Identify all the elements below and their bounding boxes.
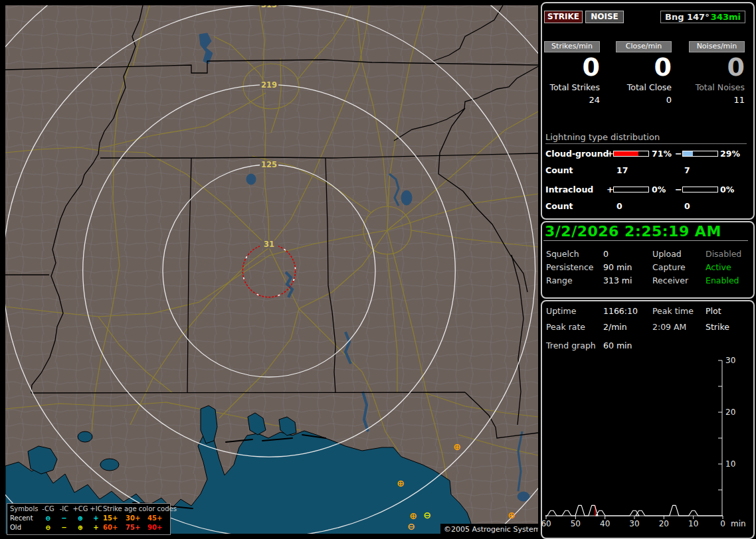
upload-label: Upload xyxy=(652,249,704,259)
ic-minus-count: 0 xyxy=(684,201,690,211)
symbols-legend: Symbols -CG -IC +CG +IC Strike age color… xyxy=(7,503,171,535)
legend-row-recent: Recent⊖−⊕+15+30+45+ xyxy=(7,513,170,522)
lightning-map[interactable]: 31321912531 ⊕⊕⊕⊖⊖⊕ ©2005 Astrogenic Syst… xyxy=(5,5,538,534)
persistence-value: 90 min xyxy=(603,262,651,272)
cg-minus-count: 7 xyxy=(684,165,690,175)
plot-label: Plot xyxy=(706,306,752,316)
ic-minus-bar xyxy=(682,187,718,193)
capture-status: Active xyxy=(706,262,752,272)
total-noises-label: Total Noises xyxy=(689,82,745,92)
close-column: Close/min 0 Total Close 0 xyxy=(616,41,672,105)
distribution-heading: Lightning type distribution xyxy=(545,132,747,144)
receiver-label: Receiver xyxy=(652,275,704,285)
strike-symbol-+CG: ⊕ xyxy=(453,441,461,452)
range-label: Range xyxy=(546,275,602,285)
noises-per-min-chip[interactable]: Noises/min xyxy=(689,41,745,52)
legend-symbols-title: Symbols xyxy=(10,504,40,513)
copyright-text: ©2005 Astrogenic Systems xyxy=(444,525,538,534)
minus-sign: − xyxy=(675,185,682,194)
total-close-label: Total Close xyxy=(616,82,672,92)
strike-symbol-+CG: ⊕ xyxy=(409,510,417,521)
legend-row-old: Old⊖−⊕+60+75+90+ xyxy=(7,522,170,532)
strike-button[interactable]: STRIKE xyxy=(544,11,583,23)
bearing-distance: 343mi xyxy=(711,12,741,22)
nexstorm-window: 31321912531 ⊕⊕⊕⊖⊖⊕ ©2005 Astrogenic Syst… xyxy=(0,0,756,539)
uptime-value: 1166:10 xyxy=(603,306,651,316)
legend-age-title: Strike age color codes xyxy=(103,504,177,513)
svg-text:20: 20 xyxy=(725,408,735,417)
cg-count-label: Count xyxy=(545,165,573,175)
svg-text:31: 31 xyxy=(264,240,274,249)
svg-text:min: min xyxy=(731,519,746,528)
svg-text:313: 313 xyxy=(261,5,277,9)
strikes-per-min-value: 0 xyxy=(544,54,600,80)
svg-text:30: 30 xyxy=(725,356,735,365)
svg-text:20: 20 xyxy=(659,519,669,528)
bearing-value: Bng 147° xyxy=(665,12,709,22)
ic-plus-pct: 0% xyxy=(652,185,666,194)
map-container: 31321912531 ⊕⊕⊕⊖⊖⊕ ©2005 Astrogenic Syst… xyxy=(5,5,538,534)
total-noises-value: 11 xyxy=(689,95,745,105)
ic-plus-bar xyxy=(613,187,649,193)
close-per-min-chip[interactable]: Close/min xyxy=(616,41,672,52)
ic-plus-count: 0 xyxy=(616,201,622,211)
intracloud-label: Intracloud xyxy=(545,185,593,194)
svg-text:125: 125 xyxy=(261,160,277,169)
squelch-value: 0 xyxy=(603,249,651,259)
legend-header: Symbols -CG -IC +CG +IC Strike age color… xyxy=(7,504,170,513)
peak-time-value: 2:09 AM xyxy=(652,322,704,332)
bearing-readout: Bng 147° 343mi xyxy=(660,11,745,23)
datetime-display: 3/2/2026 2:25:19 AM xyxy=(545,223,721,240)
capture-label: Capture xyxy=(652,262,704,272)
cg-plus-pct: 71% xyxy=(652,149,672,159)
close-per-min-value: 0 xyxy=(616,54,672,80)
strikes-column: Strikes/min 0 Total Strikes 24 xyxy=(544,41,600,105)
peak-rate-value: 2/min xyxy=(603,322,651,332)
svg-text:0: 0 xyxy=(720,519,725,528)
svg-text:30: 30 xyxy=(629,519,639,528)
noises-per-min-value: 0 xyxy=(689,54,745,80)
cg-plus-count: 17 xyxy=(616,165,628,175)
strike-symbol-+CG: ⊕ xyxy=(397,478,405,489)
svg-text:219: 219 xyxy=(261,80,277,90)
strike-symbol--CG: ⊖ xyxy=(423,510,431,520)
range-value: 313 mi xyxy=(603,275,651,285)
strike-symbol--CG: ⊖ xyxy=(407,521,415,532)
svg-text:10: 10 xyxy=(688,519,698,528)
status-panel: STRIKE NOISE Bng 147° 343mi Strikes/min … xyxy=(539,0,756,539)
minus-sign: − xyxy=(675,149,682,159)
svg-text:60: 60 xyxy=(541,519,551,528)
uptime-label: Uptime xyxy=(546,306,602,316)
peak-time-label: Peak time xyxy=(652,306,704,316)
trend-graph-window: 60 min xyxy=(603,341,651,350)
svg-text:50: 50 xyxy=(571,519,581,528)
persistence-label: Persistence xyxy=(546,262,602,272)
total-close-value: 0 xyxy=(616,95,672,105)
trend-graph-label: Trend graph xyxy=(546,341,602,350)
peak-rate-label: Peak rate xyxy=(546,322,602,332)
cg-plus-bar xyxy=(613,151,649,157)
strike-symbol-+CG: ⊕ xyxy=(508,510,516,520)
svg-text:10: 10 xyxy=(725,459,735,469)
ic-count-label: Count xyxy=(545,201,573,211)
cg-minus-pct: 29% xyxy=(720,149,740,159)
trend-graph: 1020306050403020100min xyxy=(539,350,756,535)
total-strikes-value: 24 xyxy=(544,95,600,105)
noise-button[interactable]: NOISE xyxy=(585,11,624,23)
plot-mode-value: Strike xyxy=(706,322,752,332)
datetime-divider xyxy=(543,240,748,241)
strikes-per-min-chip[interactable]: Strikes/min xyxy=(544,41,600,52)
upload-status: Disabled xyxy=(706,249,752,259)
total-strikes-label: Total Strikes xyxy=(544,82,600,92)
copyright-bar: ©2005 Astrogenic Systems xyxy=(440,524,538,534)
squelch-label: Squelch xyxy=(546,249,602,259)
noises-column: Noises/min 0 Total Noises 11 xyxy=(689,41,745,105)
svg-text:40: 40 xyxy=(600,519,610,528)
receiver-status: Enabled xyxy=(706,275,752,285)
cloud-ground-label: Cloud-ground xyxy=(545,149,609,159)
cg-minus-bar xyxy=(682,151,718,157)
ic-minus-pct: 0% xyxy=(720,185,734,194)
